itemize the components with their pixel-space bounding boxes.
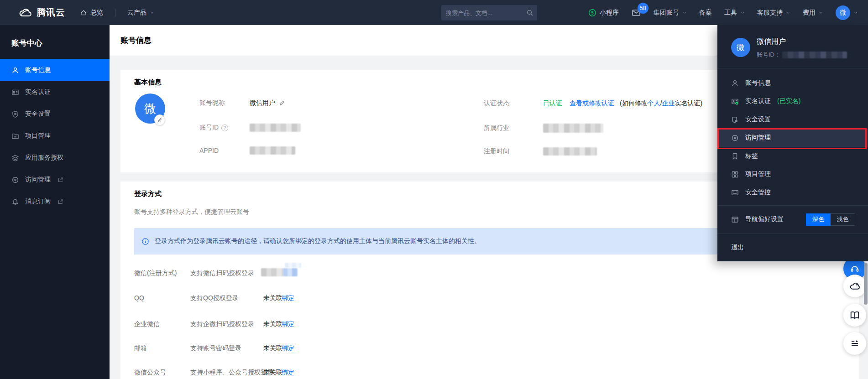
- brand-logo[interactable]: 腾讯云: [18, 6, 65, 19]
- panel-item-security-control[interactable]: 安全管控: [717, 183, 868, 202]
- chevron-down-icon: [819, 10, 823, 15]
- bind-status: 未关联: [263, 320, 282, 328]
- sidebar-item-realname-auth[interactable]: 实名认证: [0, 81, 110, 103]
- register-time-redacted: [543, 147, 597, 156]
- personal-auth-link[interactable]: 个人: [648, 99, 660, 107]
- docs-float-button[interactable]: [843, 304, 866, 327]
- id-card-icon: [11, 88, 19, 96]
- wechat-account-redacted: [261, 268, 298, 276]
- login-row-official-account: 微信公众号 支持小程序、公众号授权登录 未关联 绑定: [134, 369, 845, 379]
- login-row-email: 邮箱 支持账号密码登录 未关联 绑定: [134, 344, 845, 354]
- nav-cloud-products[interactable]: 云产品: [127, 9, 154, 17]
- account-id-label: 账号ID: [199, 124, 219, 132]
- realname-badge: (已实名): [777, 97, 800, 105]
- logout-button[interactable]: 退出: [717, 234, 868, 261]
- register-time-label: 注册时间: [484, 147, 543, 156]
- sidebar-item-message-subscription[interactable]: 消息订阅: [0, 191, 110, 213]
- account-id-redacted: [782, 52, 847, 58]
- user-name: 微信用户: [757, 37, 786, 47]
- auth-note-suffix: 实名认证): [675, 99, 703, 107]
- enterprise-auth-link[interactable]: 企业: [662, 99, 675, 107]
- panel-item-realname-auth[interactable]: 实名认证 (已实名): [717, 92, 868, 110]
- account-id-label: 账号ID：: [757, 51, 780, 59]
- compass-icon: [11, 176, 19, 184]
- bind-link[interactable]: 绑定: [282, 369, 294, 377]
- info-icon: [141, 238, 149, 245]
- search-input[interactable]: [446, 10, 526, 16]
- nickname-label: 账号昵称: [199, 99, 250, 107]
- layout-icon: [731, 216, 739, 223]
- panel-item-project-management[interactable]: 项目管理: [717, 165, 868, 183]
- user-icon: [731, 79, 739, 87]
- user-panel-menu: 账号信息 实名认证 (已实名): [717, 68, 868, 202]
- login-row-qq: QQ 支持QQ授权登录 未关联 绑定: [134, 294, 845, 304]
- login-methods-title: 登录方式: [134, 190, 162, 198]
- avatar: 微: [731, 38, 750, 57]
- tencent-cloud-console: 腾讯云 总览 云产品: [0, 0, 868, 379]
- panel-item-security-settings[interactable]: 安全设置: [717, 110, 868, 129]
- scrollbar-thumb[interactable]: [864, 263, 868, 305]
- theme-toggle: 深色 浅色: [806, 213, 855, 226]
- account-id-redacted: [250, 124, 301, 132]
- feedback-list-float-button[interactable]: [843, 332, 866, 355]
- nav-messages[interactable]: 58: [631, 8, 641, 17]
- search-icon[interactable]: [526, 9, 533, 16]
- modify-auth-link[interactable]: 查看或修改认证: [570, 99, 614, 108]
- avatar-edit-button[interactable]: [154, 114, 165, 125]
- chevron-down-icon: [682, 10, 687, 15]
- bind-link[interactable]: 绑定: [282, 320, 294, 328]
- id-card-check-icon: [731, 98, 739, 105]
- mini-program-icon: [588, 9, 596, 17]
- nickname-value: 微信用户: [250, 99, 275, 107]
- auth-note-prefix: (如何修改: [620, 99, 648, 107]
- shield-icon: [731, 116, 739, 124]
- theme-light-option[interactable]: 浅色: [831, 213, 855, 226]
- external-link-icon: [58, 177, 63, 183]
- nav-billing[interactable]: 费用: [803, 9, 823, 17]
- cloud-notification-float-button[interactable]: [843, 275, 866, 297]
- industry-label: 所属行业: [484, 124, 543, 132]
- sidebar-item-security-settings[interactable]: 安全设置: [0, 103, 110, 125]
- panel-item-account-info[interactable]: 账号信息: [717, 74, 868, 92]
- sidebar: 账号中心 账号信息 实名认证: [0, 25, 110, 379]
- grid-icon: [731, 171, 739, 178]
- nav-mini-program[interactable]: 小程序: [588, 9, 619, 17]
- sidebar-item-project-management[interactable]: 项目管理: [0, 125, 110, 147]
- appid-label: APPID: [199, 147, 250, 154]
- edit-nickname-icon[interactable]: [279, 100, 285, 106]
- compass-icon: [731, 134, 739, 142]
- sidebar-item-access-management[interactable]: 访问管理: [0, 169, 110, 191]
- avatar: 微: [836, 5, 850, 20]
- nav-support[interactable]: 客服支持: [757, 9, 790, 17]
- bind-status: 未关联: [263, 369, 282, 377]
- industry-redacted: [543, 124, 603, 133]
- layers-icon: [11, 154, 19, 162]
- nav-group-account[interactable]: 集团账号: [654, 9, 687, 17]
- brand-text: 腾讯云: [37, 6, 65, 19]
- nav-tools[interactable]: 工具: [724, 9, 745, 17]
- folder-check-icon: [11, 132, 19, 140]
- user-avatar-menu[interactable]: 微: [836, 5, 858, 20]
- chevron-down-icon: [150, 10, 154, 15]
- panel-item-access-management[interactable]: 访问管理: [717, 129, 868, 147]
- bind-link[interactable]: 绑定: [282, 344, 294, 353]
- nav-overview[interactable]: 总览: [80, 9, 103, 17]
- sidebar-item-app-service-auth[interactable]: 应用服务授权: [0, 147, 110, 169]
- nav-icp[interactable]: 备案: [699, 9, 712, 17]
- topbar-divider: [115, 9, 115, 17]
- chevron-down-icon: [853, 10, 858, 15]
- bell-icon: [11, 198, 19, 206]
- auth-status-label: 认证状态: [484, 99, 543, 108]
- sidebar-title: 账号中心: [0, 25, 110, 59]
- search-box: [441, 5, 537, 21]
- panel-item-tags[interactable]: 标签: [717, 147, 868, 165]
- help-icon[interactable]: ?: [221, 125, 228, 131]
- sidebar-item-account-info[interactable]: 账号信息: [0, 59, 110, 81]
- bind-status: 未关联: [263, 294, 282, 302]
- page-title: 账号信息: [120, 35, 152, 46]
- bind-link[interactable]: 绑定: [282, 294, 294, 302]
- login-row-wechat: 微信(注册方式) 支持微信扫码授权登录: [134, 269, 845, 279]
- cloud-logo-icon: [18, 7, 32, 18]
- nav-preference-label: 导航偏好设置: [745, 215, 784, 223]
- theme-dark-option[interactable]: 深色: [806, 213, 831, 226]
